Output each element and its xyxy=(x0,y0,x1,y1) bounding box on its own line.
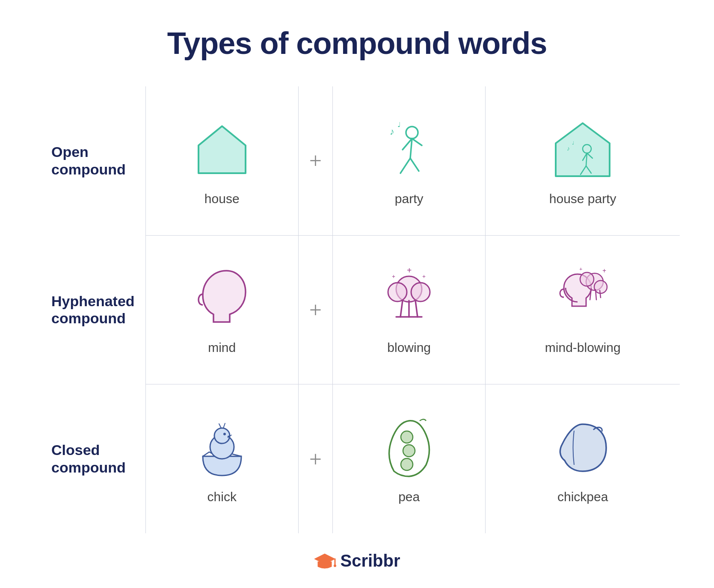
plus-sign-2: + xyxy=(309,298,322,322)
svg-text:+: + xyxy=(422,273,426,280)
svg-text:♪: ♪ xyxy=(567,145,570,152)
compound-words-table: Opencompound house + xyxy=(34,86,680,533)
cell-blowing: + + + blowing xyxy=(341,264,477,355)
house-party-icon: ♪ ♩ xyxy=(551,115,615,184)
cell-pea: pea xyxy=(341,414,477,504)
svg-point-46 xyxy=(334,564,336,567)
svg-point-20 xyxy=(411,283,430,301)
word-blowing: blowing xyxy=(387,340,431,355)
word-house: house xyxy=(204,192,240,206)
cell-mind: mind xyxy=(154,264,290,355)
svg-line-39 xyxy=(219,424,221,428)
svg-line-3 xyxy=(412,139,422,145)
pea-icon xyxy=(383,414,435,482)
table-row: Opencompound house + xyxy=(34,86,680,235)
svg-line-23 xyxy=(415,301,418,317)
word-chickpea: chickpea xyxy=(557,490,608,504)
scribbr-brand-name: Scribbr xyxy=(340,551,400,570)
svg-marker-0 xyxy=(198,126,246,173)
row-label-closed: Closedcompound xyxy=(51,441,137,476)
mind-blowing-icon: + + xyxy=(548,264,617,333)
svg-text:♪: ♪ xyxy=(390,126,394,137)
scribbr-icon xyxy=(314,550,336,571)
cell-house-party: ♪ ♩ house party xyxy=(494,115,671,206)
svg-point-43 xyxy=(401,458,413,470)
party-icon: ♪ ♩ xyxy=(381,115,437,184)
chickpea-icon xyxy=(553,414,613,482)
blowing-icon: + + + xyxy=(381,264,437,333)
cell-chick: chick xyxy=(154,414,290,504)
cell-mind-blowing: + + mind-blowing xyxy=(494,264,671,355)
word-mind: mind xyxy=(208,340,236,355)
svg-point-1 xyxy=(406,127,418,139)
footer: Scribbr xyxy=(314,550,400,571)
word-mind-blowing: mind-blowing xyxy=(545,340,621,355)
svg-text:+: + xyxy=(392,273,395,280)
plus-sign-3: + xyxy=(309,447,322,471)
svg-text:+: + xyxy=(602,267,606,275)
house-icon xyxy=(194,115,250,184)
word-chick: chick xyxy=(207,490,237,504)
chick-icon xyxy=(194,414,250,482)
svg-text:♩: ♩ xyxy=(397,121,401,128)
svg-text:♩: ♩ xyxy=(572,140,574,145)
svg-line-4 xyxy=(410,139,412,158)
row-label-hyphenated: Hyphenatedcompound xyxy=(51,293,137,328)
svg-line-21 xyxy=(400,301,403,317)
scribbr-logo: Scribbr xyxy=(314,550,400,571)
svg-point-29 xyxy=(580,272,594,286)
cell-house: house xyxy=(154,115,290,206)
page-title: Types of compound words xyxy=(167,26,547,61)
svg-text:+: + xyxy=(579,266,582,272)
table-row: Hyphenatedcompound mind xyxy=(34,235,680,384)
word-party: party xyxy=(395,192,424,206)
svg-point-37 xyxy=(214,428,230,443)
row-label-open: Opencompound xyxy=(51,143,137,178)
cell-party: ♪ ♩ party xyxy=(341,115,477,206)
word-house-party: house party xyxy=(549,192,616,206)
svg-point-42 xyxy=(403,445,415,457)
svg-line-5 xyxy=(400,158,410,173)
svg-point-19 xyxy=(388,283,407,301)
svg-text:+: + xyxy=(407,266,412,275)
table-row: Closedcompound xyxy=(34,384,680,533)
cell-chickpea: chickpea xyxy=(494,414,671,504)
svg-line-40 xyxy=(223,423,225,428)
plus-sign-1: + xyxy=(309,148,322,173)
svg-line-6 xyxy=(410,158,419,171)
word-pea: pea xyxy=(398,490,420,504)
mind-icon xyxy=(196,264,248,333)
svg-point-41 xyxy=(401,431,413,443)
svg-point-38 xyxy=(223,433,226,435)
